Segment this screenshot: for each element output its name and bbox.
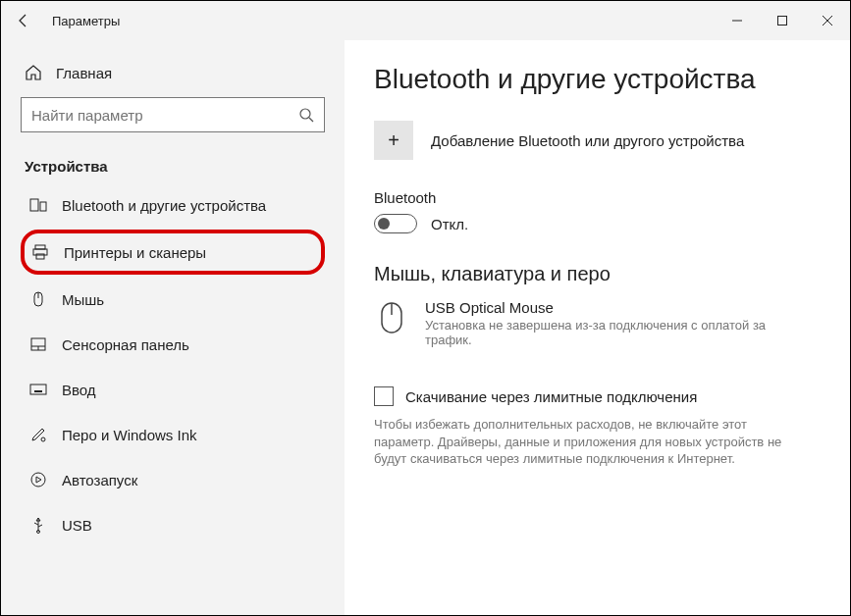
svg-line-5	[309, 118, 313, 122]
svg-point-22	[41, 437, 45, 441]
mouse-device-icon	[374, 299, 409, 347]
titlebar: Параметры	[1, 1, 850, 40]
plus-icon: +	[374, 121, 413, 160]
svg-rect-16	[30, 385, 46, 394]
svg-point-4	[300, 109, 310, 119]
sidebar: Главная Устройства Bluetooth и другие ус…	[1, 40, 345, 615]
bluetooth-label: Bluetooth	[374, 189, 821, 206]
metered-label: Скачивание через лимитные подключения	[405, 388, 697, 405]
printer-icon	[30, 243, 50, 261]
search-input[interactable]	[21, 97, 325, 132]
usb-icon	[28, 516, 48, 534]
sidebar-item-label: Мышь	[62, 291, 104, 308]
sidebar-item-home[interactable]: Главная	[21, 58, 325, 97]
svg-rect-8	[35, 245, 45, 249]
svg-point-23	[31, 473, 45, 487]
search-field[interactable]	[31, 107, 298, 124]
device-name: USB Optical Mouse	[425, 299, 798, 316]
maximize-button[interactable]	[760, 1, 805, 40]
sidebar-item-label: Принтеры и сканеры	[64, 244, 206, 261]
device-row[interactable]: USB Optical Mouse Установка не завершена…	[374, 299, 821, 347]
sidebar-item-autoplay[interactable]: Автозапуск	[21, 459, 325, 500]
sidebar-item-label: Ввод	[62, 382, 96, 398]
sidebar-item-usb[interactable]: USB	[21, 504, 325, 545]
sidebar-item-printers[interactable]: Принтеры и сканеры	[21, 230, 325, 275]
add-device-button[interactable]: + Добавление Bluetooth или другого устро…	[374, 121, 821, 160]
sidebar-item-mouse[interactable]: Мышь	[21, 279, 325, 320]
sidebar-item-label: USB	[62, 517, 92, 534]
minimize-button[interactable]	[715, 1, 760, 40]
device-desc: Установка не завершена из-за подключения…	[425, 318, 798, 347]
keyboard-icon	[28, 381, 48, 398]
metered-hint: Чтобы избежать дополнительных расходов, …	[374, 416, 806, 468]
autoplay-icon	[28, 471, 48, 488]
close-button[interactable]	[805, 1, 850, 40]
pen-icon	[28, 426, 48, 443]
sidebar-item-label: Bluetooth и другие устройства	[62, 197, 266, 214]
home-icon	[25, 64, 42, 81]
home-label: Главная	[56, 65, 112, 81]
bluetooth-state: Откл.	[431, 216, 468, 232]
sidebar-item-typing[interactable]: Ввод	[21, 369, 325, 410]
sidebar-item-label: Автозапуск	[62, 472, 137, 488]
sidebar-section-head: Устройства	[25, 158, 325, 175]
touchpad-icon	[28, 335, 48, 353]
sidebar-item-label: Перо и Windows Ink	[62, 427, 197, 443]
back-button[interactable]	[1, 1, 46, 40]
devices-icon	[28, 196, 48, 214]
search-icon	[298, 107, 314, 123]
metered-checkbox[interactable]	[374, 386, 394, 406]
svg-rect-7	[40, 202, 46, 211]
svg-rect-1	[778, 17, 787, 26]
toggle-knob	[378, 218, 390, 230]
page-title: Bluetooth и другие устройства	[374, 64, 821, 95]
section-mouse-keyboard: Мышь, клавиатура и перо	[374, 263, 821, 285]
mouse-icon	[28, 290, 48, 308]
sidebar-item-label: Сенсорная панель	[62, 336, 189, 353]
bluetooth-toggle[interactable]	[374, 214, 417, 233]
add-device-label: Добавление Bluetooth или другого устройс…	[431, 132, 744, 149]
sidebar-item-touchpad[interactable]: Сенсорная панель	[21, 324, 325, 365]
svg-rect-6	[30, 199, 38, 211]
window-title: Параметры	[52, 14, 120, 28]
sidebar-item-bluetooth[interactable]: Bluetooth и другие устройства	[21, 184, 325, 226]
sidebar-item-pen[interactable]: Перо и Windows Ink	[21, 414, 325, 455]
content-pane: Bluetooth и другие устройства + Добавлен…	[345, 40, 850, 615]
